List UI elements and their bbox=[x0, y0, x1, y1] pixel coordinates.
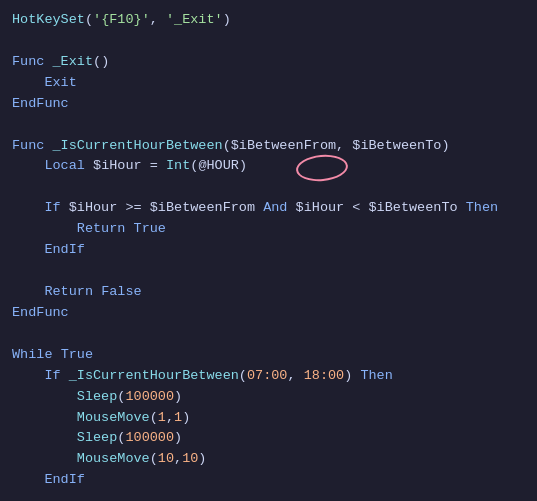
code-line: If _IsCurrentHourBetween(07:00, 18:00) T… bbox=[12, 366, 525, 387]
code-line: While True bbox=[12, 345, 525, 366]
code-line bbox=[12, 324, 525, 345]
code-line: EndFunc bbox=[12, 94, 525, 115]
code-line: Local $iHour = Int(@HOUR) bbox=[12, 156, 525, 177]
code-line: EndIf bbox=[12, 240, 525, 261]
code-line: MouseMove(10,10) bbox=[12, 449, 525, 470]
code-line: Return True bbox=[12, 219, 525, 240]
code-line: Func _Exit() bbox=[12, 52, 525, 73]
code-line bbox=[12, 177, 525, 198]
code-line: MouseMove(1,1) bbox=[12, 408, 525, 429]
code-line: EndFunc bbox=[12, 303, 525, 324]
code-line bbox=[12, 261, 525, 282]
code-line: EndIf bbox=[12, 470, 525, 491]
code-line: Sleep(100000) bbox=[12, 428, 525, 449]
code-line: Sleep(100000) bbox=[12, 387, 525, 408]
code-line: Return False bbox=[12, 282, 525, 303]
code-line bbox=[12, 115, 525, 136]
code-editor: HotKeySet('{F10}', '_Exit') Func _Exit()… bbox=[0, 0, 537, 501]
code-line: HotKeySet('{F10}', '_Exit') bbox=[12, 10, 525, 31]
code-line bbox=[12, 31, 525, 52]
code-line: Func _IsCurrentHourBetween($iBetweenFrom… bbox=[12, 136, 525, 157]
code-line: If $iHour >= $iBetweenFrom And $iHour < … bbox=[12, 198, 525, 219]
code-line: Exit bbox=[12, 73, 525, 94]
code-line bbox=[12, 491, 525, 501]
